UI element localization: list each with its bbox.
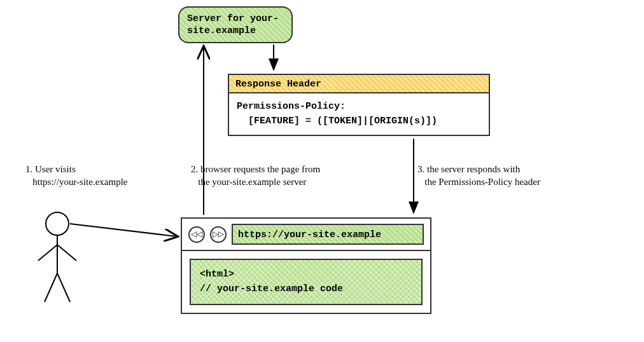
page-code-block: <html> // your-site.example code: [190, 259, 423, 305]
response-header-label: Response Header: [235, 79, 321, 90]
response-body: Permissions-Policy: [FEATURE] = ([TOKEN]…: [229, 93, 489, 135]
svg-line-2: [38, 245, 57, 261]
address-bar[interactable]: https://your-site.example: [232, 224, 424, 245]
address-bar-text: https://your-site.example: [238, 229, 381, 240]
caption-step-1-text: 1. User visits https://your-site.example: [25, 164, 128, 187]
caption-step-2-text: 2. browser requests the page from the yo…: [191, 164, 320, 187]
server-box: Server for your-site.example: [178, 6, 293, 43]
browser-window: ◁◁ ▷▷ https://your-site.example <html> /…: [181, 217, 431, 314]
svg-point-0: [46, 212, 69, 235]
back-icon: ◁◁: [191, 229, 202, 239]
arrow-user-to-browser: [70, 224, 177, 236]
caption-step-3-text: 3. the server responds with the Permissi…: [417, 164, 540, 187]
forward-button[interactable]: ▷▷: [210, 226, 227, 243]
browser-toolbar: ◁◁ ▷▷ https://your-site.example: [182, 219, 430, 251]
user-stick-figure: [38, 212, 76, 302]
response-body-text: Permissions-Policy: [FEATURE] = ([TOKEN]…: [237, 101, 437, 127]
caption-step-1: 1. User visits https://your-site.example: [25, 163, 165, 189]
response-box: Response Header Permissions-Policy: [FEA…: [228, 74, 490, 136]
back-button[interactable]: ◁◁: [188, 226, 205, 243]
caption-step-3: 3. the server responds with the Permissi…: [417, 163, 608, 189]
response-header: Response Header: [229, 75, 489, 93]
caption-step-2: 2. browser requests the page from the yo…: [191, 163, 382, 189]
page-code-text: <html> // your-site.example code: [200, 269, 343, 294]
svg-line-5: [57, 273, 70, 302]
browser-viewport: <html> // your-site.example code: [182, 251, 430, 313]
svg-line-3: [57, 245, 76, 261]
svg-line-4: [45, 273, 57, 302]
forward-icon: ▷▷: [213, 229, 224, 239]
server-label: Server for your-site.example: [187, 13, 284, 38]
